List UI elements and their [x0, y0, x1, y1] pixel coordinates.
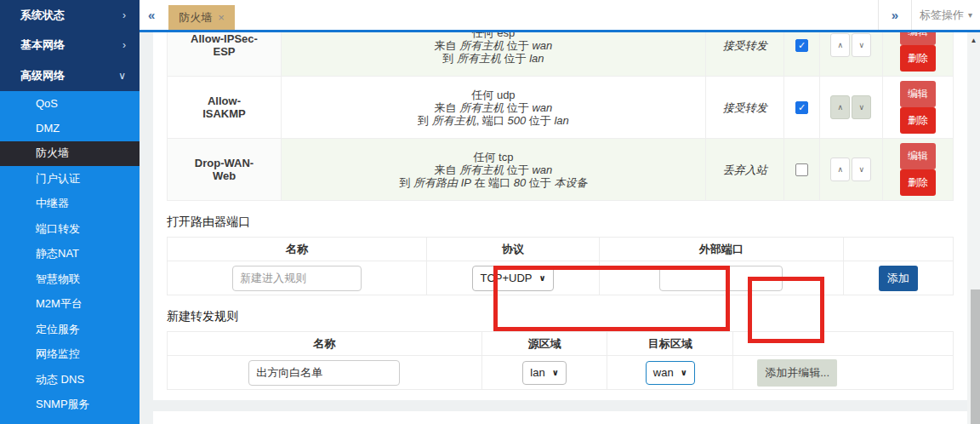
- move-down-button[interactable]: ∨: [852, 158, 871, 181]
- rule-name: Allow-IPSec-ESP: [168, 32, 282, 77]
- sidebar-subitem[interactable]: 网络监控: [0, 342, 140, 368]
- edit-button[interactable]: 编辑: [900, 143, 936, 169]
- edit-button[interactable]: 编辑: [900, 81, 936, 107]
- col-header-external-port: 外部端口: [600, 238, 843, 261]
- rule-name: Drop-WAN-Web: [168, 139, 282, 201]
- move-up-button[interactable]: ∧: [830, 158, 850, 181]
- edit-button[interactable]: 编辑: [900, 32, 936, 45]
- delete-button[interactable]: 删除: [900, 107, 936, 134]
- sidebar-item-1[interactable]: 基本网络›: [0, 31, 140, 61]
- table-row: Allow-ISAKMP任何 udp来自 所有主机 位于 wan到 所有主机, …: [168, 77, 954, 139]
- chevron-down-icon: ∨: [681, 368, 687, 377]
- rule-enabled-checkbox[interactable]: [795, 163, 808, 176]
- rule-name: Allow-ISAKMP: [168, 77, 282, 139]
- sidebar-subitem[interactable]: 端口转发: [0, 216, 140, 242]
- new-forward-title: 新建转发规则: [167, 309, 954, 324]
- tabs-scroll-right-icon[interactable]: »: [879, 8, 911, 22]
- add-and-edit-button[interactable]: 添加并编辑...: [757, 359, 837, 387]
- sidebar-submenu: QoSDMZ防火墙门户认证中继器端口转发静态NAT智慧物联M2M平台定位服务网络…: [0, 91, 140, 418]
- scrollbar-thumb[interactable]: [971, 289, 980, 424]
- move-up-button[interactable]: ∧: [830, 33, 850, 57]
- dest-zone-value: wan: [653, 366, 674, 379]
- tab-bar: « 防火墙× » 标签操作 ▾: [140, 0, 980, 32]
- col-header-empty: [843, 238, 953, 261]
- sidebar-item-label: 系统状态: [20, 8, 65, 23]
- new-rule-name-input[interactable]: [232, 266, 362, 291]
- col-header-source-zone: 源区域: [481, 332, 607, 356]
- sidebar-subitem[interactable]: 中继器: [0, 192, 140, 217]
- new-forward-table: 名称 源区域 目标区域 lan ∨ wan ∨: [167, 331, 954, 390]
- delete-button[interactable]: 删除: [900, 169, 936, 196]
- chevron-down-icon: ∨: [552, 368, 559, 377]
- delete-button[interactable]: 删除: [900, 45, 936, 72]
- tab-firewall-label: 防火墙: [179, 11, 212, 24]
- table-row: Drop-WAN-Web任何 tcp来自 所有主机 位于 wan到 所有路由 I…: [168, 139, 954, 201]
- open-ports-title: 打开路由器端口: [167, 215, 954, 230]
- sidebar-top-menu: 系统状态›基本网络›高级网络∨: [0, 0, 140, 91]
- external-port-input[interactable]: [659, 266, 783, 291]
- sidebar-subitem[interactable]: 动态 DNS: [0, 367, 140, 392]
- rule-action: 丢弃入站: [705, 139, 783, 201]
- sidebar-subitem[interactable]: DMZ: [0, 116, 140, 141]
- firewall-rules-table: Allow-IPSec-ESP任何 esp来自 所有主机 位于 wan到 所有主…: [167, 32, 954, 201]
- source-zone-value: lan: [530, 366, 544, 379]
- sidebar-item-label: 高级网络: [20, 68, 65, 83]
- col-header-dest-zone: 目标区域: [607, 332, 733, 356]
- dest-zone-select[interactable]: wan ∨: [646, 361, 695, 385]
- col-header-name: 名称: [168, 332, 482, 356]
- tabs-scroll-left-icon[interactable]: «: [140, 8, 163, 22]
- source-zone-select[interactable]: lan ∨: [522, 361, 566, 385]
- sidebar-item-label: 基本网络: [20, 37, 65, 53]
- chevron-down-icon: ∨: [539, 273, 546, 283]
- chevron-right-icon: ›: [122, 9, 126, 21]
- rule-action: 接受转发: [705, 32, 783, 77]
- open-ports-table: 名称 协议 外部端口 TCP+UDP ∨ 添加: [167, 237, 954, 295]
- main-content: Allow-IPSec-ESP任何 esp来自 所有主机 位于 wan到 所有主…: [140, 32, 980, 424]
- rule-match: 任何 tcp来自 所有主机 位于 wan到 所有路由 IP 在 端口 80 位于…: [281, 139, 705, 201]
- protocol-select-value: TCP+UDP: [480, 272, 532, 284]
- firewall-panel: Allow-IPSec-ESP任何 esp来自 所有主机 位于 wan到 所有主…: [153, 32, 967, 400]
- chevron-right-icon: ›: [122, 39, 126, 51]
- tab-firewall[interactable]: 防火墙×: [168, 5, 235, 30]
- rule-enabled-checkbox[interactable]: ✓: [795, 39, 808, 52]
- sidebar-subitem[interactable]: QoS: [0, 91, 140, 117]
- scroll-up-icon[interactable]: ▲: [967, 32, 980, 44]
- tab-operations-dropdown[interactable]: 标签操作 ▾: [912, 0, 980, 30]
- sidebar-subitem[interactable]: 静态NAT: [0, 242, 140, 267]
- col-header-name: 名称: [168, 238, 427, 261]
- sidebar-subitem[interactable]: 防火墙: [0, 141, 140, 167]
- firewall-rules-body: Allow-IPSec-ESP任何 esp来自 所有主机 位于 wan到 所有主…: [168, 32, 954, 201]
- move-down-button[interactable]: ∨: [852, 33, 871, 57]
- rule-action: 接受转发: [705, 77, 783, 139]
- sidebar: 系统状态›基本网络›高级网络∨ QoSDMZ防火墙门户认证中继器端口转发静态NA…: [0, 0, 140, 424]
- sidebar-subitem[interactable]: 智慧物联: [0, 266, 140, 292]
- chevron-down-icon: ∨: [118, 70, 126, 82]
- sidebar-item-0[interactable]: 系统状态›: [0, 0, 140, 31]
- sidebar-subitem[interactable]: 门户认证: [0, 166, 140, 192]
- source-nat-panel: Source NAT Source NAT 是一种特殊形式的封包伪装，它允许精细…: [153, 411, 967, 424]
- rule-match: 任何 udp来自 所有主机 位于 wan到 所有主机, 端口 500 位于 la…: [281, 77, 705, 139]
- chevron-down-icon: ▾: [968, 10, 972, 20]
- col-header-empty: [733, 332, 954, 356]
- move-down-button[interactable]: ∨: [852, 95, 871, 119]
- table-row: Allow-IPSec-ESP任何 esp来自 所有主机 位于 wan到 所有主…: [168, 32, 954, 77]
- rule-match: 任何 esp来自 所有主机 位于 wan到 所有主机 位于 lan: [281, 32, 705, 77]
- vertical-scrollbar[interactable]: ▲: [967, 32, 980, 424]
- tab-close-icon[interactable]: ×: [218, 11, 225, 24]
- sidebar-subitem[interactable]: SNMP服务: [0, 392, 140, 418]
- col-header-protocol: 协议: [426, 238, 599, 261]
- rule-enabled-checkbox[interactable]: ✓: [795, 101, 808, 114]
- move-up-button[interactable]: ∧: [830, 95, 850, 119]
- protocol-select[interactable]: TCP+UDP ∨: [472, 266, 553, 291]
- sidebar-item-2[interactable]: 高级网络∨: [0, 60, 140, 91]
- sidebar-subitem[interactable]: M2M平台: [0, 292, 140, 318]
- tab-bar-right: » 标签操作 ▾: [878, 0, 980, 30]
- forward-name-input[interactable]: [248, 360, 400, 386]
- sidebar-subitem[interactable]: 定位服务: [0, 317, 140, 342]
- tab-operations-label: 标签操作: [920, 8, 964, 23]
- add-button[interactable]: 添加: [879, 266, 918, 291]
